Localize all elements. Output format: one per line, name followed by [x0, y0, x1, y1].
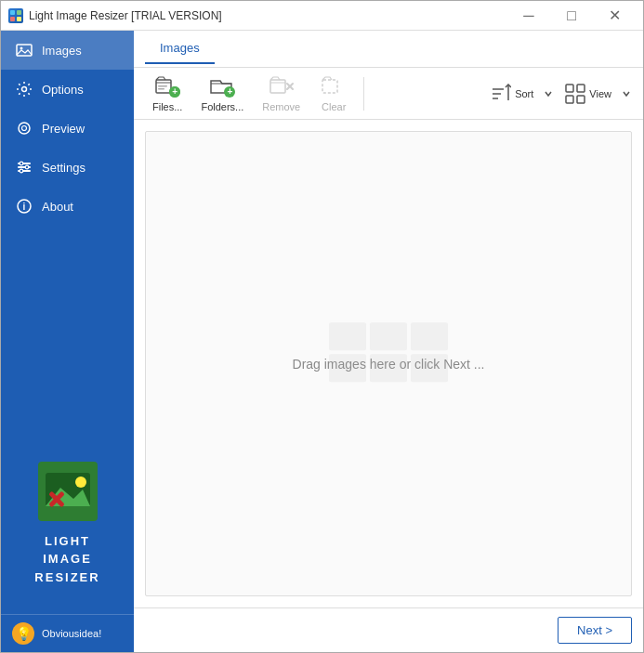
about-icon: i [16, 198, 33, 215]
tab-images[interactable]: Images [145, 33, 215, 64]
svg-point-8 [22, 126, 27, 131]
preview-icon [16, 120, 33, 137]
toolbar-separator [363, 77, 364, 111]
sidebar-item-settings[interactable]: Settings [1, 148, 134, 187]
svg-point-7 [19, 123, 30, 134]
svg-rect-29 [322, 80, 337, 93]
remove-label: Remove [262, 101, 300, 112]
svg-rect-3 [17, 17, 21, 21]
maximize-button[interactable]: □ [550, 1, 593, 31]
settings-icon [16, 159, 33, 176]
toolbar: + + Files... + Folders... [134, 68, 643, 120]
next-button[interactable]: Next > [558, 617, 632, 644]
svg-rect-2 [10, 17, 15, 21]
svg-point-12 [20, 162, 23, 165]
sort-icon [491, 83, 511, 105]
content-header: Images [134, 31, 643, 68]
drop-zone[interactable]: Drag images here or click Next ... [145, 131, 632, 596]
logo-text: LIGHT IMAGE RESIZER [34, 532, 99, 587]
app-title: Light Image Resizer [TRIAL VERSION] [29, 9, 507, 22]
content-footer: Next > [134, 607, 643, 652]
svg-rect-26 [270, 80, 285, 93]
svg-point-6 [22, 87, 27, 92]
clear-button[interactable]: Clear [311, 72, 356, 116]
svg-text:i: i [23, 202, 26, 212]
view-label: View [589, 88, 611, 99]
files-add-badge: + [169, 86, 180, 98]
sort-button[interactable]: Sort [483, 79, 541, 109]
app-icon [8, 8, 23, 23]
sidebar-brand: 💡 Obviousidea! [1, 614, 134, 652]
clear-label: Clear [322, 101, 346, 112]
sidebar-item-about[interactable]: i About [1, 187, 134, 226]
title-bar: Light Image Resizer [TRIAL VERSION] ─ □ … [1, 1, 643, 31]
svg-rect-1 [17, 10, 21, 15]
sidebar-item-preview[interactable]: Preview [1, 109, 134, 148]
svg-rect-37 [577, 96, 585, 103]
sort-button-group: Sort [483, 79, 554, 109]
sidebar-label-options: Options [42, 83, 84, 97]
files-icon: + + [154, 75, 180, 98]
app-window: Light Image Resizer [TRIAL VERSION] ─ □ … [0, 0, 644, 653]
sidebar-label-preview: Preview [42, 122, 85, 136]
view-button[interactable]: View [558, 79, 619, 109]
sidebar-label-about: About [42, 200, 73, 214]
view-dropdown-button[interactable] [621, 86, 632, 101]
close-button[interactable]: ✕ [593, 1, 636, 31]
svg-rect-34 [566, 85, 573, 92]
svg-rect-25 [158, 88, 164, 90]
app-body: Images Options [1, 31, 643, 652]
toolbar-right: Sort [483, 79, 632, 109]
sidebar-item-options[interactable]: Options [1, 70, 134, 109]
remove-icon [269, 75, 295, 98]
sidebar-nav: Images Options [1, 31, 134, 443]
folders-label: Folders... [201, 101, 243, 112]
brand-icon: 💡 [12, 622, 34, 645]
sidebar: Images Options [1, 31, 134, 652]
folders-icon: + [209, 75, 235, 98]
drop-zone-ghost [329, 322, 448, 382]
sort-dropdown-button[interactable] [543, 86, 554, 101]
minimize-button[interactable]: ─ [507, 1, 550, 31]
main-content: Images + + [134, 31, 643, 652]
files-label: Files... [152, 101, 182, 112]
folders-add-badge: + [224, 86, 235, 98]
files-button[interactable]: + + Files... [145, 72, 190, 116]
svg-point-13 [25, 165, 29, 169]
logo-image [38, 462, 98, 521]
clear-icon [321, 75, 347, 98]
sort-chevron-icon [545, 90, 552, 98]
svg-rect-35 [577, 85, 585, 92]
svg-rect-0 [10, 10, 15, 15]
sidebar-label-settings: Settings [42, 161, 85, 175]
window-controls: ─ □ ✕ [507, 1, 636, 31]
brand-label: Obviousidea! [42, 628, 101, 639]
svg-rect-4 [17, 45, 32, 56]
view-chevron-icon [623, 90, 630, 98]
options-icon [16, 81, 33, 98]
view-button-group: View [558, 79, 632, 109]
svg-rect-24 [158, 85, 167, 87]
view-icon [565, 83, 585, 105]
svg-point-5 [20, 47, 23, 50]
svg-point-14 [20, 169, 23, 173]
folders-button[interactable]: + Folders... [193, 72, 251, 116]
svg-point-20 [75, 477, 86, 488]
sidebar-label-images: Images [42, 44, 82, 58]
sidebar-item-images[interactable]: Images [1, 31, 134, 70]
remove-button[interactable]: Remove [255, 72, 308, 116]
images-icon [16, 42, 33, 59]
sidebar-logo: LIGHT IMAGE RESIZER [1, 443, 134, 615]
sort-label: Sort [515, 88, 533, 99]
svg-rect-36 [566, 96, 573, 103]
